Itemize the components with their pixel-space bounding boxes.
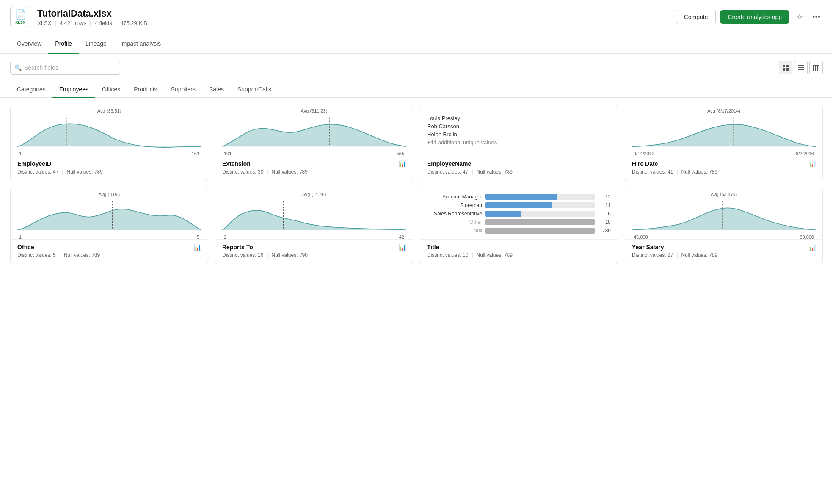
- card-info-title: Title Distinct values: 10 | Null values:…: [420, 239, 618, 264]
- range-extension: 101555: [222, 151, 406, 156]
- svg-rect-2: [783, 68, 785, 71]
- null-title: Null values: 789: [477, 252, 513, 258]
- list-view-button[interactable]: [794, 61, 808, 74]
- card-title-title: Title: [427, 244, 439, 251]
- file-type: XLSX: [37, 20, 51, 26]
- tab-lineage[interactable]: Lineage: [79, 34, 113, 54]
- card-office: Avg (3.06) 15 Office 📊 Distinct values: …: [10, 188, 208, 264]
- card-bar-title: Account Manager 12 Storeman 11 Sales Rep…: [420, 188, 618, 239]
- bar-fill-other: [485, 219, 595, 225]
- null-hire-date: Null values: 789: [681, 169, 717, 175]
- card-info-employee-id: EmployeeID Distinct values: 47 | Null va…: [11, 156, 208, 181]
- avg-label-hire-date: Avg (8/17/2014): [632, 108, 816, 113]
- file-size: 475.29 KiB: [120, 20, 147, 26]
- null-office: Null values: 789: [64, 252, 100, 258]
- file-info: TutorialData.xlsx XLSX | 4,421 rows | 4 …: [37, 8, 147, 26]
- card-title-employee-id: EmployeeID: [17, 160, 51, 167]
- chart-icon-year-salary: 📊: [808, 244, 816, 251]
- distinct-title: Distinct values: 10: [427, 252, 468, 258]
- card-chart-extension: Avg (311.23) 101555: [215, 105, 413, 156]
- bar-row-sales-rep: Sales Representative 6: [427, 211, 611, 217]
- cat-tab-sales[interactable]: Sales: [202, 82, 231, 98]
- cards-container: Avg (33.51) 1161 EmployeeID Distinct val…: [0, 98, 833, 271]
- card-year-salary: Avg (53.47k) 45,00080,000 Year Salary 📊 …: [625, 188, 823, 264]
- search-input[interactable]: [10, 61, 120, 75]
- search-icon: 🔍: [14, 64, 22, 71]
- card-meta-extension: Distinct values: 30 | Null values: 789: [222, 169, 406, 175]
- card-meta-office: Distinct values: 5 | Null values: 789: [17, 252, 201, 258]
- card-meta-employee-id: Distinct values: 47 | Null values: 789: [17, 169, 201, 175]
- tab-overview[interactable]: Overview: [10, 34, 48, 54]
- bar-row-null: Null 789: [427, 228, 611, 234]
- card-extension: Avg (311.23) 101555 Extension 📊 Distinct…: [215, 105, 413, 181]
- card-text-employee-name: Louis Presley Rob Carsson Helen Brolin +…: [420, 105, 618, 156]
- card-title-employee-name: EmployeeName: [427, 160, 471, 167]
- card-info-reports-to: Reports To 📊 Distinct values: 16 | Null …: [215, 239, 413, 264]
- cat-tab-products[interactable]: Products: [127, 82, 164, 98]
- card-hire-date: Avg (8/17/2014) 9/14/20128/2/2016 Hire D…: [625, 105, 823, 181]
- card-employee-id: Avg (33.51) 1161 EmployeeID Distinct val…: [10, 105, 208, 181]
- svg-rect-5: [798, 67, 804, 68]
- cat-tab-suppliers[interactable]: Suppliers: [164, 82, 202, 98]
- svg-rect-1: [786, 65, 789, 67]
- svg-rect-9: [813, 67, 819, 67]
- bar-val-null: 789: [598, 228, 611, 234]
- bar-label-other: Other: [427, 219, 482, 225]
- card-title-office: Office: [17, 244, 34, 251]
- avg-label-employee-id: Avg (33.51): [17, 108, 201, 113]
- file-name: TutorialData.xlsx: [37, 8, 147, 19]
- bar-row-account-manager: Account Manager 12: [427, 194, 611, 200]
- card-employee-name: Louis Presley Rob Carsson Helen Brolin +…: [420, 105, 618, 181]
- name-2: Rob Carsson: [427, 123, 611, 129]
- view-controls: [779, 61, 823, 74]
- bar-track-null: [485, 228, 595, 234]
- svg-rect-3: [786, 68, 789, 71]
- bar-track-account-manager: [485, 194, 595, 200]
- svg-rect-12: [817, 65, 818, 71]
- cat-tab-categories[interactable]: Categories: [10, 82, 52, 98]
- create-analytics-button[interactable]: Create analytics app: [720, 10, 789, 24]
- card-reports-to: Avg (14.46) 242 Reports To 📊 Distinct va…: [215, 188, 413, 264]
- card-chart-hire-date: Avg (8/17/2014) 9/14/20128/2/2016: [625, 105, 822, 156]
- card-chart-employee-id: Avg (33.51) 1161: [11, 105, 208, 156]
- card-meta-year-salary: Distinct values: 27 | Null values: 789: [632, 252, 816, 258]
- range-year-salary: 45,00080,000: [632, 234, 816, 240]
- category-tabs: Categories Employees Offices Products Su…: [0, 82, 833, 98]
- card-chart-reports-to: Avg (14.46) 242: [215, 188, 413, 239]
- bar-fill-account-manager: [485, 194, 557, 200]
- cat-tab-offices[interactable]: Offices: [95, 82, 127, 98]
- card-info-extension: Extension 📊 Distinct values: 30 | Null v…: [215, 156, 413, 181]
- tab-impact-analysis[interactable]: Impact analysis: [113, 34, 168, 54]
- card-info-hire-date: Hire Date 📊 Distinct values: 41 | Null v…: [625, 156, 822, 181]
- favorite-button[interactable]: ☆: [794, 10, 805, 24]
- null-employee-name: Null values: 789: [477, 169, 513, 175]
- compute-button[interactable]: Compute: [676, 10, 716, 24]
- bar-val-sales-rep: 6: [598, 211, 611, 217]
- range-reports-to: 242: [222, 234, 406, 240]
- tab-profile[interactable]: Profile: [48, 34, 79, 54]
- bar-fill-storeman: [485, 202, 552, 208]
- range-employee-id: 1161: [17, 151, 201, 156]
- null-year-salary: Null values: 789: [681, 252, 717, 258]
- file-meta: XLSX | 4,421 rows | 4 fields | 475.29 Ki…: [37, 20, 147, 26]
- card-info-employee-name: EmployeeName Distinct values: 47 | Null …: [420, 156, 618, 181]
- table-view-button[interactable]: [809, 61, 823, 74]
- more-options-button[interactable]: •••: [810, 10, 823, 24]
- bar-fill-sales-rep: [485, 211, 521, 217]
- cat-tab-employees[interactable]: Employees: [52, 82, 95, 98]
- bar-track-sales-rep: [485, 211, 595, 217]
- header-left: 📄 XLSX TutorialData.xlsx XLSX | 4,421 ro…: [10, 7, 147, 27]
- cat-tab-supportcalls[interactable]: SupportCalls: [231, 82, 278, 98]
- range-hire-date: 9/14/20128/2/2016: [632, 151, 816, 156]
- distinct-reports-to: Distinct values: 16: [222, 252, 263, 258]
- grid-view-button[interactable]: [779, 61, 792, 74]
- svg-rect-6: [798, 69, 804, 70]
- card-chart-office: Avg (3.06) 15: [11, 188, 208, 239]
- bar-row-other: Other 18: [427, 219, 611, 225]
- card-meta-reports-to: Distinct values: 16 | Null values: 790: [222, 252, 406, 258]
- avg-label-reports-to: Avg (14.46): [222, 192, 406, 197]
- bar-track-storeman: [485, 202, 595, 208]
- name-3: Helen Brolin: [427, 131, 611, 138]
- header: 📄 XLSX TutorialData.xlsx XLSX | 4,421 ro…: [0, 0, 833, 34]
- bar-fill-null: [485, 228, 595, 234]
